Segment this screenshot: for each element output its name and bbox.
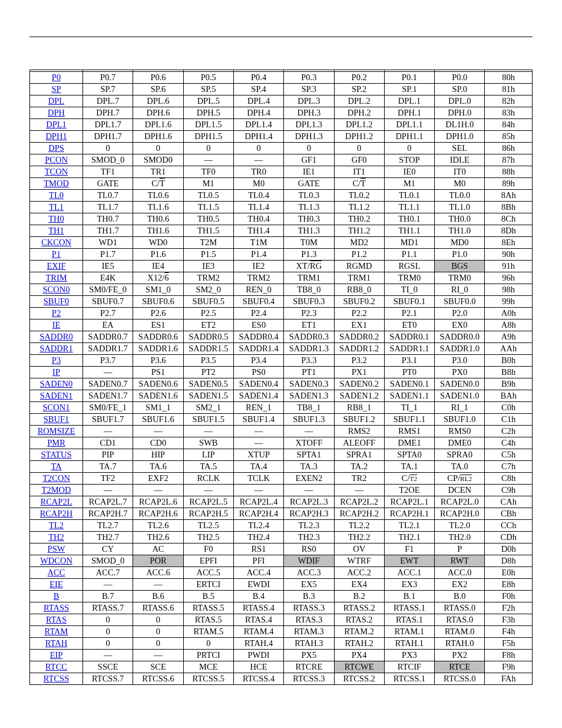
register-link[interactable]: WDCON (40, 556, 72, 565)
bit-cell: RCAP2H.3 (284, 508, 334, 520)
register-link[interactable]: EXIF (47, 261, 65, 271)
register-link[interactable]: RTAS (46, 615, 67, 624)
register-link[interactable]: TL1 (49, 202, 64, 212)
bit-cell: TL2.7 (83, 520, 133, 532)
register-link[interactable]: SCON0 (43, 285, 70, 294)
bit-cell: TL0.4 (233, 190, 283, 202)
register-link[interactable]: SBUF1 (44, 414, 70, 424)
table-row: IEEAES1ET2ES0ET1EX1ET0EX0A8h (30, 319, 533, 331)
bit-cell: SM2_1 (183, 402, 233, 414)
register-link[interactable]: TA (51, 462, 61, 471)
bit-cell: RCAP2H.2 (334, 508, 384, 520)
register-link[interactable]: TRIM (45, 273, 67, 282)
bit-cell: TF2 (83, 473, 133, 485)
register-link[interactable]: TCON (45, 167, 68, 176)
address-cell: 8Dh (485, 225, 533, 237)
table-row: SCON0SM0/FE_0SM1_0SM2_0REN_0TB8_0RB8_0TI… (30, 284, 533, 296)
bit-cell: RTAH.1 (384, 638, 434, 650)
register-link[interactable]: TH1 (48, 226, 64, 235)
register-link[interactable]: PCON (45, 155, 68, 164)
register-link[interactable]: TL2 (49, 521, 64, 530)
table-row: SBUF1SBUF1.7SBUF1.6SBUF1.5SBUF1.4SBUF1.3… (30, 414, 533, 426)
bit-cell: TH2.0 (435, 532, 485, 543)
table-row: SPSP.7SP.6SP.5SP.4SP.3SP.2SP.1SP.081h (30, 84, 533, 95)
register-link[interactable]: STATUS (41, 450, 72, 459)
bit-cell: STOP (384, 154, 434, 166)
bit-cell: P0.5 (183, 72, 233, 84)
address-cell: 86h (485, 143, 533, 154)
register-link[interactable]: P2 (52, 308, 61, 318)
bit-cell: — (284, 426, 334, 437)
bit-cell: SBUF1.5 (183, 414, 233, 426)
register-link[interactable]: EIE (49, 579, 63, 589)
register-link[interactable]: PMR (47, 438, 65, 447)
register-link[interactable]: SP (51, 84, 61, 94)
register-link[interactable]: RTCC (45, 662, 67, 671)
bit-cell: TL1.3 (284, 202, 334, 213)
register-link[interactable]: B (54, 591, 59, 601)
table-row: T2MOD——————T2OEDCENC9h (30, 485, 533, 496)
bit-cell: SP.5 (183, 84, 233, 95)
bit-cell: SADEN1.0 (435, 390, 485, 402)
bit-cell: DPH.6 (133, 107, 183, 119)
bit-cell: SBUF0.5 (183, 296, 233, 308)
register-link[interactable]: DPH (48, 108, 65, 117)
register-link[interactable]: TH0 (48, 214, 64, 223)
register-link[interactable]: RCAP2H (40, 509, 73, 518)
register-link[interactable]: SADDR0 (39, 332, 72, 341)
bit-cell: TL1.4 (233, 202, 283, 213)
register-link[interactable]: T2MOD (42, 485, 71, 495)
register-link[interactable]: SADDR1 (39, 344, 72, 353)
register-link[interactable]: ROMSIZE (38, 426, 75, 436)
bit-cell: C/T2 (384, 473, 434, 485)
register-link[interactable]: P3 (52, 355, 61, 365)
bit-cell: SBUF0.3 (284, 296, 334, 308)
register-link[interactable]: SADEN1 (40, 391, 73, 400)
bit-cell: DPL1.3 (284, 119, 334, 131)
register-link[interactable]: TMOD (44, 179, 69, 188)
bit-cell: TL0.7 (83, 190, 133, 202)
register-link[interactable]: SADEN0 (40, 379, 73, 388)
register-link[interactable]: TL0 (49, 190, 64, 200)
register-link[interactable]: IE (52, 320, 61, 330)
register-link[interactable]: DPL (48, 96, 64, 106)
register-link[interactable]: DPS (48, 143, 64, 153)
bit-cell: RCAP2L.1 (384, 496, 434, 508)
register-link[interactable]: RTCSS (44, 674, 69, 683)
address-cell: F9h (485, 661, 533, 673)
register-link[interactable]: DPH1 (45, 131, 67, 141)
register-link[interactable]: SBUF0 (44, 297, 70, 306)
register-link[interactable]: T2CON (42, 473, 70, 483)
address-cell: A9h (485, 331, 533, 343)
register-link[interactable]: IP (52, 367, 60, 377)
register-link[interactable]: RTAH (45, 638, 67, 648)
register-link[interactable]: SCON1 (43, 403, 70, 412)
bit-cell: — (284, 485, 334, 496)
register-link[interactable]: RCAP2L (41, 497, 72, 506)
register-link[interactable]: DPL1 (46, 120, 67, 129)
bit-cell: — (133, 485, 183, 496)
register-link[interactable]: ACC (48, 568, 65, 577)
bit-cell: TH1.5 (183, 225, 233, 237)
register-link[interactable]: TH2 (48, 532, 64, 542)
address-cell: F3h (485, 614, 533, 626)
bit-cell: B.2 (334, 591, 384, 602)
address-cell: B0h (485, 355, 533, 367)
bit-cell: SPRA0 (435, 449, 485, 461)
register-link[interactable]: CKCON (41, 238, 71, 247)
bit-cell: CD1 (83, 437, 133, 449)
register-link[interactable]: PSW (48, 544, 65, 554)
register-link[interactable]: RTAM (45, 627, 68, 636)
bit-cell: — (183, 426, 233, 437)
bit-cell: RTCRE (284, 661, 334, 673)
bit-cell: RTAS.1 (384, 614, 434, 626)
register-link[interactable]: EIP (50, 650, 63, 660)
register-link[interactable]: RTASS (44, 603, 69, 612)
register-link[interactable]: P0 (52, 73, 61, 82)
bit-cell: SM1_1 (133, 402, 183, 414)
bit-cell: TL1.5 (183, 202, 233, 213)
bit-cell: SP.0 (435, 84, 485, 95)
bit-cell: ACC.3 (284, 567, 334, 579)
bit-cell: SBUF1.2 (334, 414, 384, 426)
register-link[interactable]: P1 (52, 249, 61, 259)
